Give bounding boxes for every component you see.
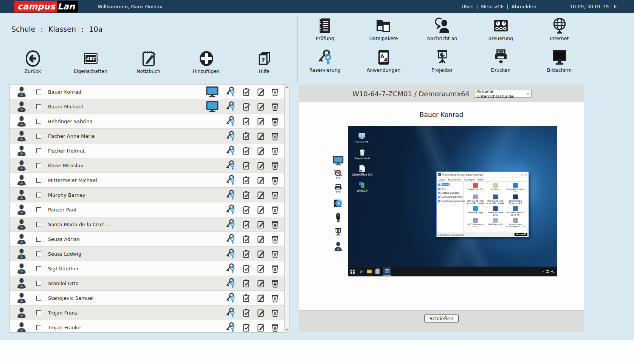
password-keys-icon[interactable] bbox=[225, 160, 236, 171]
delete-trash-icon[interactable] bbox=[271, 264, 279, 273]
help-button[interactable]: Hilfe bbox=[235, 50, 293, 74]
cd-icon[interactable] bbox=[333, 198, 343, 208]
close-button[interactable]: Schließen bbox=[424, 315, 459, 322]
password-keys-icon[interactable] bbox=[225, 322, 236, 333]
back-button[interactable]: Zurück bbox=[4, 50, 62, 74]
delete-trash-icon[interactable] bbox=[271, 235, 279, 244]
clipboard-check-icon[interactable] bbox=[242, 88, 251, 96]
applications-button[interactable]: Anwendungen bbox=[354, 49, 413, 73]
edit-note-icon[interactable] bbox=[256, 88, 265, 96]
password-keys-icon[interactable] bbox=[225, 174, 236, 186]
student-row[interactable]: Stanojevic Samuel bbox=[10, 291, 284, 305]
edit-note-icon[interactable] bbox=[256, 191, 265, 199]
scroll-up-icon[interactable] bbox=[286, 85, 288, 89]
student-checkbox[interactable] bbox=[36, 325, 41, 330]
clipboard-check-icon[interactable] bbox=[242, 176, 251, 185]
password-keys-icon[interactable] bbox=[225, 233, 236, 245]
student-checkbox[interactable] bbox=[36, 296, 41, 301]
edit-note-icon[interactable] bbox=[256, 235, 265, 244]
student-checkbox[interactable] bbox=[36, 222, 41, 227]
breadcrumb[interactable]: Schule : Klassen : 10a bbox=[11, 25, 102, 33]
clipboard-check-icon[interactable] bbox=[242, 205, 251, 214]
internet-button[interactable]: Internet bbox=[530, 17, 589, 41]
edit-note-icon[interactable] bbox=[256, 176, 265, 185]
message-button[interactable]: Nachricht an bbox=[413, 17, 471, 41]
clipboard-check-icon[interactable] bbox=[242, 308, 251, 317]
clipboard-check-icon[interactable] bbox=[242, 102, 251, 111]
edit-note-icon[interactable] bbox=[256, 161, 265, 170]
monitor-view-icon[interactable] bbox=[205, 86, 219, 97]
student-row[interactable]: Trojan Franz bbox=[10, 305, 284, 320]
student-checkbox[interactable] bbox=[36, 148, 41, 153]
lesson-select[interactable]: Aktuelle Unterrichtsstunde bbox=[474, 90, 532, 98]
edit-note-icon[interactable] bbox=[256, 308, 265, 317]
student-checkbox[interactable] bbox=[36, 119, 41, 124]
delete-trash-icon[interactable] bbox=[271, 205, 279, 214]
student-row[interactable]: Trojan Frauke bbox=[10, 320, 284, 333]
student-checkbox[interactable] bbox=[36, 89, 41, 94]
edit-note-icon[interactable] bbox=[256, 147, 265, 155]
clipboard-check-icon[interactable] bbox=[242, 220, 251, 229]
student-row[interactable]: Klose Miroslav bbox=[10, 158, 284, 173]
menu-mein-vce[interactable]: Mein vCE bbox=[481, 4, 504, 9]
delete-trash-icon[interactable] bbox=[271, 250, 279, 258]
delete-trash-icon[interactable] bbox=[271, 88, 279, 96]
student-row[interactable]: Mittermeier Michael bbox=[10, 173, 284, 188]
user-icon[interactable] bbox=[333, 241, 343, 251]
student-checkbox[interactable] bbox=[36, 237, 41, 242]
monitor-icon[interactable] bbox=[332, 156, 344, 165]
password-keys-icon[interactable] bbox=[225, 130, 236, 142]
student-row[interactable]: Murphy Barney bbox=[10, 188, 284, 202]
student-row[interactable]: Seuss Ludwig bbox=[10, 247, 284, 261]
remote-desktop-view[interactable]: Dieser PC Papierkorb LibreOffice 6.0 bbox=[348, 126, 557, 276]
student-row[interactable]: Panzer Paul bbox=[10, 202, 284, 217]
student-checkbox[interactable] bbox=[36, 163, 41, 168]
edit-note-icon[interactable] bbox=[256, 250, 265, 258]
student-row[interactable]: Fischer Helmut bbox=[10, 143, 284, 158]
student-row[interactable]: Seuss Adrian bbox=[10, 232, 284, 247]
monitor-view-icon[interactable] bbox=[205, 101, 219, 112]
edit-note-icon[interactable] bbox=[256, 279, 265, 288]
student-checkbox[interactable] bbox=[36, 134, 41, 139]
password-keys-icon[interactable] bbox=[225, 263, 236, 274]
password-keys-icon[interactable] bbox=[225, 189, 236, 201]
edit-note-icon[interactable] bbox=[256, 102, 265, 111]
clipboard-check-icon[interactable] bbox=[242, 279, 251, 288]
menu-abmelden[interactable]: Abmelden bbox=[512, 4, 536, 9]
password-keys-icon[interactable] bbox=[225, 116, 236, 127]
delete-trash-icon[interactable] bbox=[271, 147, 279, 155]
password-keys-icon[interactable] bbox=[225, 101, 236, 112]
delete-trash-icon[interactable] bbox=[271, 132, 279, 140]
print-button[interactable]: Drucken bbox=[471, 49, 530, 73]
delete-trash-icon[interactable] bbox=[271, 117, 279, 126]
scroll-down-icon[interactable] bbox=[286, 328, 288, 332]
list-scrollbar[interactable] bbox=[284, 84, 290, 333]
student-row[interactable]: Santa Maria de la Cruz .. bbox=[10, 217, 284, 232]
usb-icon[interactable] bbox=[333, 213, 343, 223]
clipboard-check-icon[interactable] bbox=[242, 294, 251, 302]
student-checkbox[interactable] bbox=[36, 310, 41, 315]
delete-trash-icon[interactable] bbox=[271, 161, 279, 170]
student-checkbox[interactable] bbox=[36, 251, 41, 256]
delete-trash-icon[interactable] bbox=[271, 323, 279, 332]
student-row[interactable]: Bauer Michael bbox=[10, 99, 284, 114]
student-checkbox[interactable] bbox=[36, 207, 41, 212]
reservation-button[interactable]: Reservierung bbox=[296, 49, 354, 73]
clipboard-check-icon[interactable] bbox=[242, 161, 251, 170]
screen-button[interactable]: Bildschirm bbox=[530, 49, 589, 73]
projector-icon[interactable] bbox=[333, 227, 343, 237]
student-row[interactable]: Sigl Günther bbox=[10, 261, 284, 276]
password-keys-icon[interactable] bbox=[225, 292, 236, 304]
menu-ueber[interactable]: Über bbox=[462, 4, 473, 9]
edit-note-icon[interactable] bbox=[256, 264, 265, 273]
delete-trash-icon[interactable] bbox=[271, 102, 279, 111]
edit-note-icon[interactable] bbox=[256, 117, 265, 126]
clipboard-check-icon[interactable] bbox=[242, 264, 251, 273]
password-keys-icon[interactable] bbox=[225, 204, 236, 215]
edit-note-icon[interactable] bbox=[256, 220, 265, 229]
clipboard-check-icon[interactable] bbox=[242, 132, 251, 140]
clipboard-check-icon[interactable] bbox=[242, 117, 251, 126]
clipboard-check-icon[interactable] bbox=[242, 191, 251, 199]
edit-note-icon[interactable] bbox=[256, 323, 265, 332]
student-row[interactable]: Fischer Anna Maria bbox=[10, 129, 284, 143]
